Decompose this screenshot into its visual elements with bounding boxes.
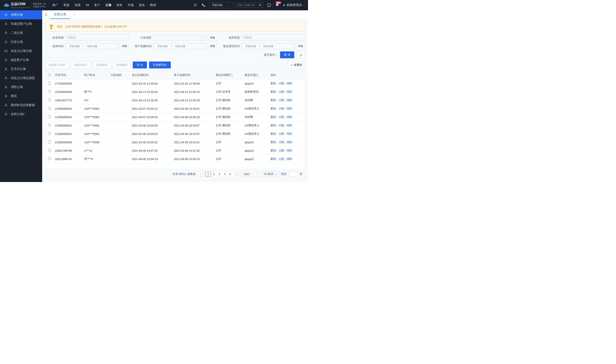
abandon-start-input[interactable] xyxy=(67,44,82,49)
nav-item-8[interactable]: 报名 xyxy=(139,2,145,8)
row-checkbox[interactable] xyxy=(48,124,51,127)
sidebar-item-4[interactable]: 自定义公海分组⌄ xyxy=(0,46,42,55)
select-all-checkbox[interactable] xyxy=(48,73,51,76)
search-type-select[interactable]: 手机号码 ⌄ xyxy=(210,2,233,8)
sidebar-item-9[interactable]: 测试 xyxy=(0,92,42,101)
create-end-input[interactable] xyxy=(173,44,188,49)
set-columns-button[interactable]: 设置列 xyxy=(288,61,305,69)
batch-claim-button[interactable]: 批量领取 xyxy=(93,61,111,69)
sidebar-item-10[interactable]: 测试昨日回库数据 xyxy=(0,101,42,110)
row-delete-link[interactable]: 删除 xyxy=(270,141,276,144)
row-claim-link[interactable]: 领取 xyxy=(287,132,292,135)
add-user-icon[interactable] xyxy=(193,3,198,7)
page-prev[interactable]: ‹ xyxy=(198,172,203,177)
assign-manager-button[interactable]: 分配客户经理 xyxy=(45,61,68,69)
page-next[interactable]: › xyxy=(254,172,259,177)
abandon-time-range[interactable]: ~ xyxy=(65,43,118,49)
friend-source-select[interactable]: 请选择⌄ xyxy=(65,34,129,41)
page-number[interactable]: 2 xyxy=(211,172,216,176)
sidebar-item-6[interactable]: 五月天公海 xyxy=(0,65,42,74)
tab-all-sea[interactable]: 全部公海 xyxy=(50,11,70,19)
row-checkbox[interactable] xyxy=(48,82,51,85)
page-number[interactable]: 3 xyxy=(217,172,222,176)
page-number[interactable]: 4 xyxy=(222,172,227,176)
row-assign-link[interactable]: 分配 xyxy=(279,115,284,118)
row-delete-link[interactable]: 删除 xyxy=(270,82,276,85)
row-assign-link[interactable]: 分配 xyxy=(279,157,284,160)
phone-icon[interactable] xyxy=(202,3,206,7)
nav-item-9[interactable]: 数据 xyxy=(150,2,156,8)
row-claim-link[interactable]: 领取 xyxy=(287,90,292,93)
sidebar-item-1[interactable]: 非成交客户公海 xyxy=(0,19,42,28)
row-delete-link[interactable]: 删除 xyxy=(270,149,276,152)
nav-item-0[interactable]: 推广 xyxy=(52,2,58,8)
query-button[interactable]: 查 询 xyxy=(280,52,294,58)
row-assign-link[interactable]: 分配 xyxy=(279,141,284,144)
row-checkbox[interactable] xyxy=(48,149,51,152)
row-delete-link[interactable]: 删除 xyxy=(270,99,276,102)
refresh-button[interactable] xyxy=(296,52,305,58)
export-plain-button[interactable]: 不加密导出 xyxy=(149,62,171,68)
row-checkbox[interactable] xyxy=(48,115,51,118)
page-jump-input[interactable] xyxy=(289,172,297,177)
sidebar-item-5[interactable]: 成交客户公海 xyxy=(0,55,42,65)
nav-item-7[interactable]: 学服 xyxy=(128,2,134,8)
create-time-range[interactable]: ~ xyxy=(153,43,206,49)
user-menu[interactable]: 机构管理员 ▾ xyxy=(283,3,305,7)
row-delete-link[interactable]: 删除 xyxy=(270,115,276,118)
row-checkbox[interactable] xyxy=(48,107,51,110)
nav-item-4[interactable]: 客户 xyxy=(94,2,100,8)
nav-item-6[interactable]: 财务 xyxy=(116,2,123,8)
row-delete-link[interactable]: 删除 xyxy=(270,157,276,160)
page-number[interactable]: 5 xyxy=(227,172,233,176)
abandon-time-empty-button[interactable]: 空值 xyxy=(120,43,129,49)
abandon-end-input[interactable] xyxy=(85,44,100,49)
row-checkbox[interactable] xyxy=(48,157,51,160)
batch-delete-button[interactable]: 批量删除 xyxy=(113,61,130,69)
row-assign-link[interactable]: 分配 xyxy=(279,99,284,102)
sidebar-item-0[interactable]: 全部公海 xyxy=(0,10,42,19)
row-claim-link[interactable]: 领取 xyxy=(287,124,292,127)
create-start-input[interactable] xyxy=(155,44,170,49)
row-assign-link[interactable]: 分配 xyxy=(279,107,284,110)
expand-filters-link[interactable]: 展开条件 ⌄ xyxy=(264,53,278,57)
call-end-input[interactable] xyxy=(261,44,276,49)
sidebar-item-11[interactable]: 全部公海2 xyxy=(0,110,42,119)
row-claim-link[interactable]: 领取 xyxy=(287,149,292,152)
nav-item-3[interactable]: IM xyxy=(86,2,89,8)
export-button[interactable]: 导 出 xyxy=(133,62,147,68)
region-select[interactable]: ⌄ xyxy=(153,35,206,41)
region-empty-button[interactable]: 空值 xyxy=(208,35,217,41)
row-delete-link[interactable]: 删除 xyxy=(270,107,276,110)
row-claim-link[interactable]: 领取 xyxy=(287,141,292,144)
abandon-type-select[interactable]: 请选择⌄ xyxy=(242,34,305,41)
sidebar-item-7[interactable]: 自定义公海过滤器 xyxy=(0,74,42,83)
row-claim-link[interactable]: 领取 xyxy=(287,82,292,85)
row-delete-link[interactable]: 删除 xyxy=(270,124,276,127)
row-checkbox[interactable] xyxy=(48,90,51,93)
assign-dept-button[interactable]: 分配到部门 xyxy=(71,61,91,69)
row-checkbox[interactable] xyxy=(48,99,51,101)
create-time-empty-button[interactable]: 空值 xyxy=(208,43,217,49)
row-delete-link[interactable]: 删除 xyxy=(270,132,276,135)
row-claim-link[interactable]: 领取 xyxy=(287,115,292,118)
sidebar-item-2[interactable]: 二咨公海 xyxy=(0,28,42,38)
row-assign-link[interactable]: 分配 xyxy=(279,149,284,152)
row-checkbox[interactable] xyxy=(48,132,51,135)
row-assign-link[interactable]: 分配 xyxy=(279,82,284,85)
page-last[interactable]: 6882 xyxy=(242,172,252,177)
search-icon[interactable] xyxy=(259,4,262,7)
tablet-icon[interactable] xyxy=(267,3,271,7)
per-page-select[interactable]: 10 条/页 ⌄ xyxy=(262,171,279,177)
tabs-collapse-icon[interactable]: ☰ xyxy=(42,13,50,16)
row-assign-link[interactable]: 分配 xyxy=(279,124,284,127)
call-start-input[interactable] xyxy=(243,44,258,49)
row-delete-link[interactable]: 删除 xyxy=(270,90,276,93)
tab-add-button[interactable]: + xyxy=(70,12,78,17)
row-claim-link[interactable]: 领取 xyxy=(287,157,292,160)
nav-item-5[interactable]: 公海 xyxy=(105,2,111,8)
nav-item-2[interactable]: 线索 xyxy=(75,2,81,8)
row-checkbox[interactable] xyxy=(48,141,51,143)
nav-item-1[interactable]: 客服 xyxy=(64,2,69,8)
call-time-range[interactable]: ~ xyxy=(242,43,294,49)
